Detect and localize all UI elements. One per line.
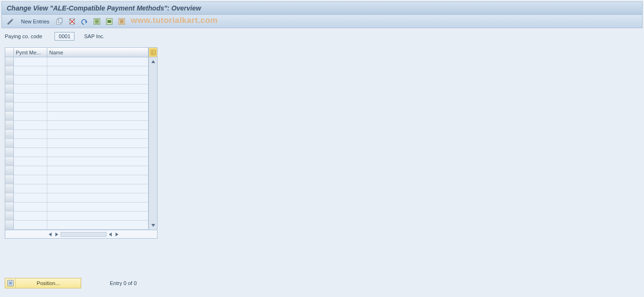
- cell-pymt-method[interactable]: [14, 121, 47, 129]
- grid-col-pymt-method[interactable]: Pymt Me...: [14, 48, 47, 57]
- row-selector[interactable]: [5, 202, 14, 211]
- cell-name[interactable]: [47, 202, 148, 211]
- table-row[interactable]: [5, 148, 148, 157]
- cell-name[interactable]: [47, 85, 148, 93]
- cell-pymt-method[interactable]: [14, 193, 47, 202]
- cell-pymt-method[interactable]: [14, 175, 47, 184]
- table-row[interactable]: [5, 66, 148, 75]
- row-selector[interactable]: [5, 121, 14, 129]
- row-selector[interactable]: [5, 166, 14, 175]
- new-entries-button[interactable]: New Entries: [18, 17, 52, 26]
- vertical-scrollbar[interactable]: [148, 57, 157, 230]
- row-selector[interactable]: [5, 184, 14, 193]
- row-selector[interactable]: [5, 175, 14, 184]
- row-selector[interactable]: [5, 148, 14, 157]
- cell-name[interactable]: [47, 75, 148, 84]
- footer: Position... Entry 0 of 0: [5, 278, 137, 288]
- table-row[interactable]: [5, 103, 148, 112]
- cell-name[interactable]: [47, 193, 148, 202]
- cell-name[interactable]: [47, 212, 148, 220]
- toggle-edit-button[interactable]: [6, 17, 15, 26]
- row-selector[interactable]: [5, 212, 14, 220]
- cell-name[interactable]: [47, 103, 148, 111]
- cell-pymt-method[interactable]: [14, 103, 47, 111]
- table-row[interactable]: [5, 112, 148, 121]
- table-row[interactable]: [5, 184, 148, 193]
- table-row[interactable]: [5, 221, 148, 230]
- cell-pymt-method[interactable]: [14, 130, 47, 138]
- cell-name[interactable]: [47, 166, 148, 175]
- cell-name[interactable]: [47, 175, 148, 184]
- cell-pymt-method[interactable]: [14, 57, 47, 66]
- cell-name[interactable]: [47, 184, 148, 193]
- cell-name[interactable]: [47, 94, 148, 102]
- cell-name[interactable]: [47, 121, 148, 129]
- row-selector[interactable]: [5, 139, 14, 148]
- hscroll-left-1[interactable]: [47, 232, 53, 237]
- cell-pymt-method[interactable]: [14, 202, 47, 211]
- table-row[interactable]: [5, 94, 148, 103]
- cell-pymt-method[interactable]: [14, 94, 47, 102]
- table-row[interactable]: [5, 202, 148, 212]
- grid-configure-button[interactable]: [148, 48, 157, 57]
- scroll-up-button[interactable]: [150, 58, 157, 65]
- table-row[interactable]: [5, 121, 148, 130]
- row-selector[interactable]: [5, 112, 14, 120]
- delete-button[interactable]: [67, 17, 77, 26]
- deselect-all-button[interactable]: [117, 17, 127, 26]
- cell-pymt-method[interactable]: [14, 212, 47, 220]
- row-selector[interactable]: [5, 94, 14, 102]
- cell-name[interactable]: [47, 130, 148, 138]
- row-selector[interactable]: [5, 130, 14, 138]
- undo-button[interactable]: [80, 17, 89, 26]
- table-row[interactable]: [5, 130, 148, 139]
- cell-pymt-method[interactable]: [14, 66, 47, 75]
- table-row[interactable]: [5, 75, 148, 85]
- cell-name[interactable]: [47, 112, 148, 120]
- select-all-button[interactable]: [92, 17, 102, 26]
- cell-pymt-method[interactable]: [14, 75, 47, 84]
- cell-pymt-method[interactable]: [14, 139, 47, 148]
- row-selector[interactable]: [5, 66, 14, 75]
- new-entries-label: New Entries: [21, 19, 49, 24]
- table-row[interactable]: [5, 193, 148, 202]
- cell-pymt-method[interactable]: [14, 166, 47, 175]
- hscroll-right-2[interactable]: [114, 232, 120, 237]
- hscroll-track[interactable]: [61, 232, 106, 237]
- table-row[interactable]: [5, 57, 148, 66]
- cell-pymt-method[interactable]: [14, 85, 47, 93]
- table-row[interactable]: [5, 139, 148, 148]
- cell-name[interactable]: [47, 57, 148, 66]
- row-selector[interactable]: [5, 57, 14, 66]
- cell-pymt-method[interactable]: [14, 112, 47, 120]
- grid-col-name[interactable]: Name: [47, 48, 148, 57]
- delete-icon: [68, 18, 76, 25]
- cell-pymt-method[interactable]: [14, 184, 47, 193]
- row-selector[interactable]: [5, 221, 14, 229]
- table-row[interactable]: [5, 85, 148, 94]
- cell-pymt-method[interactable]: [14, 221, 47, 229]
- hscroll-right-1[interactable]: [54, 232, 60, 237]
- cell-name[interactable]: [47, 139, 148, 148]
- grid-select-all-header[interactable]: [5, 48, 14, 57]
- scroll-down-button[interactable]: [150, 222, 157, 229]
- table-row[interactable]: [5, 166, 148, 175]
- row-selector[interactable]: [5, 103, 14, 111]
- copy-button[interactable]: [55, 17, 64, 26]
- cell-pymt-method[interactable]: [14, 157, 47, 166]
- row-selector[interactable]: [5, 85, 14, 93]
- cell-name[interactable]: [47, 66, 148, 75]
- row-selector[interactable]: [5, 193, 14, 202]
- table-row[interactable]: [5, 175, 148, 184]
- row-selector[interactable]: [5, 75, 14, 84]
- row-selector[interactable]: [5, 157, 14, 166]
- select-block-button[interactable]: [105, 17, 114, 26]
- table-row[interactable]: [5, 157, 148, 166]
- cell-name[interactable]: [47, 148, 148, 157]
- cell-pymt-method[interactable]: [14, 148, 47, 157]
- cell-name[interactable]: [47, 157, 148, 166]
- table-row[interactable]: [5, 212, 148, 221]
- cell-name[interactable]: [47, 221, 148, 229]
- position-button[interactable]: Position...: [5, 278, 81, 288]
- hscroll-left-2[interactable]: [107, 232, 113, 237]
